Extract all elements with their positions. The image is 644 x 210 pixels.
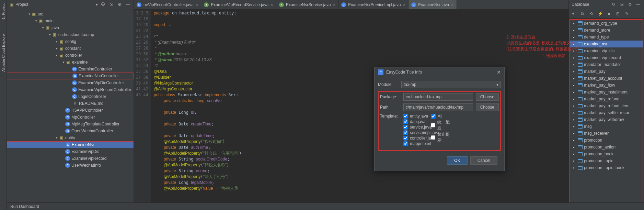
- template-checkbox[interactable]: serviceimpl.java: [403, 130, 424, 135]
- path-input[interactable]: [403, 103, 473, 111]
- db-table-node[interactable]: ▸market_pay_settle_recor: [570, 109, 643, 116]
- tree-node[interactable]: ▾▣java: [7, 24, 134, 31]
- editor-tab[interactable]: IExamineNsrService.java×: [276, 0, 338, 9]
- expand-arrow-icon[interactable]: ▸: [573, 139, 576, 142]
- project-tree[interactable]: ▾▣src▾▣main▾▣java▾▣cn.huacloud.tax.mp▸▣c…: [7, 9, 134, 210]
- tree-node[interactable]: CExamineNsrController: [7, 73, 134, 79]
- tree-node[interactable]: CExamineVipRecord: [7, 155, 134, 162]
- hide-icon[interactable]: —: [635, 1, 641, 8]
- tree-node[interactable]: CExamineVipDic: [7, 148, 134, 155]
- template-checkbox[interactable]: service.java: [403, 125, 424, 130]
- expand-arrow-icon[interactable]: ▸: [55, 40, 58, 43]
- alibaba-tool-tab[interactable]: Alibaba Cloud Explorer: [1, 33, 5, 72]
- expand-arrow-icon[interactable]: ▸: [573, 159, 576, 163]
- expand-arrow-icon[interactable]: ▸: [573, 77, 576, 80]
- db-table-node[interactable]: ▸market_pay_flow: [570, 82, 643, 89]
- expand-arrow-icon[interactable]: ▸: [573, 29, 576, 32]
- db-table-node[interactable]: ▸msg_receiver: [570, 130, 643, 137]
- edit-icon[interactable]: ✎: [624, 11, 630, 17]
- template-checkbox[interactable]: dao.java: [403, 119, 424, 124]
- editor-tab[interactable]: IExamineVipRecordService.java×: [201, 0, 276, 9]
- choose-package-button[interactable]: Choose: [476, 93, 499, 101]
- expand-arrow-icon[interactable]: ▸: [573, 70, 576, 73]
- expand-arrow-icon[interactable]: ▾: [55, 136, 58, 140]
- db-table-node[interactable]: ▸market_pay_withdraw: [570, 116, 643, 123]
- copy-icon[interactable]: ⧉: [579, 11, 585, 17]
- expand-arrow-icon[interactable]: ▸: [573, 84, 576, 87]
- expand-arrow-icon[interactable]: ▾: [62, 60, 65, 64]
- db-table-node[interactable]: ▸market_pay_refund_item: [570, 102, 643, 109]
- db-table-node[interactable]: ▸demand_org_type: [570, 20, 643, 27]
- expand-arrow-icon[interactable]: ▾: [41, 26, 45, 30]
- db-table-node[interactable]: ▸promotion_topic: [570, 157, 643, 164]
- dialog-title-bar[interactable]: E EasyCode Title Info ✕: [375, 67, 504, 77]
- collapse-icon[interactable]: ⇲: [108, 1, 114, 8]
- all-checkbox[interactable]: All: [431, 114, 451, 119]
- db-table-node[interactable]: ▸demand_store: [570, 27, 643, 34]
- db-table-node[interactable]: ▸market_pay_account: [570, 75, 643, 82]
- tree-node[interactable]: ▾▣examine: [7, 59, 134, 66]
- expand-arrow-icon[interactable]: ▸: [573, 125, 576, 128]
- table-icon[interactable]: ⊞: [615, 11, 621, 17]
- tree-node[interactable]: CExamineVipDicController: [7, 79, 134, 86]
- module-select[interactable]: tax-mp ▾: [401, 81, 501, 88]
- add-icon[interactable]: +: [570, 11, 576, 17]
- choose-path-button[interactable]: Choose: [476, 103, 499, 111]
- db-table-node[interactable]: ▸promotion_topic_book: [570, 164, 643, 171]
- tree-node[interactable]: ▾▣entity: [7, 134, 134, 141]
- dropdown-icon[interactable]: ▾: [96, 2, 98, 7]
- db-table-node[interactable]: ▸demand_type: [570, 34, 643, 41]
- db-table-node[interactable]: ▸promotion_book: [570, 151, 643, 157]
- tree-node[interactable]: CUserWechatInfo: [7, 162, 134, 169]
- collapse-icon[interactable]: ⇲: [619, 1, 625, 8]
- tree-node[interactable]: ▸▣config: [7, 38, 134, 45]
- refresh-icon[interactable]: ↻: [610, 1, 617, 8]
- target-icon[interactable]: ⦿: [100, 1, 106, 8]
- close-tab-icon[interactable]: ×: [196, 2, 198, 7]
- close-tab-icon[interactable]: ×: [403, 2, 406, 7]
- sync-icon[interactable]: ⟲: [588, 11, 594, 17]
- db-table-node[interactable]: ▸market_pay: [570, 68, 643, 75]
- forbid-checkbox[interactable]: 禁止提示: [431, 132, 451, 143]
- expand-arrow-icon[interactable]: ▾: [27, 12, 31, 16]
- expand-arrow-icon[interactable]: ▸: [573, 63, 576, 66]
- tree-node[interactable]: CExamineController: [7, 66, 134, 73]
- tree-node[interactable]: CLoginController: [7, 93, 134, 100]
- expand-arrow-icon[interactable]: ▾: [34, 19, 38, 23]
- expand-arrow-icon[interactable]: ▸: [573, 22, 576, 25]
- close-tab-icon[interactable]: ×: [333, 2, 336, 7]
- tree-node[interactable]: ▸▣constant: [7, 45, 134, 52]
- expand-arrow-icon[interactable]: ▸: [573, 145, 576, 149]
- template-checkbox[interactable]: mapper.xml: [403, 141, 424, 146]
- db-table-node[interactable]: ▸msg: [570, 123, 643, 130]
- expand-arrow-icon[interactable]: ▸: [573, 132, 576, 135]
- stop-icon[interactable]: ■: [606, 11, 612, 17]
- close-icon[interactable]: ✕: [497, 69, 501, 75]
- db-table-node[interactable]: ▸promotion_action: [570, 144, 643, 151]
- expand-arrow-icon[interactable]: ▸: [573, 104, 576, 108]
- gear-icon[interactable]: ⚙: [116, 1, 123, 8]
- db-table-node[interactable]: ▸examine_vip_dic: [570, 47, 643, 54]
- database-tree[interactable]: ▸demand_org_type▸demand_store▸demand_typ…: [570, 19, 643, 209]
- tree-node[interactable]: CMpMsgTemplateController: [7, 121, 134, 128]
- tree-node[interactable]: CMpController: [7, 114, 134, 121]
- tree-node[interactable]: ▾▣controller: [7, 52, 134, 59]
- editor-tab[interactable]: CneVipRecordController.java×: [134, 0, 201, 9]
- tree-node[interactable]: CExamineVipRecordController: [7, 86, 134, 93]
- tree-node[interactable]: ≡README.md: [7, 100, 134, 107]
- tree-node[interactable]: ▾▣src: [7, 11, 134, 18]
- expand-arrow-icon[interactable]: ▸: [573, 166, 576, 169]
- run-dashboard-button[interactable]: Run Dashboard: [10, 204, 39, 209]
- expand-arrow-icon[interactable]: ▸: [573, 56, 576, 59]
- db-table-node[interactable]: ▸mandator_mandator: [570, 61, 643, 68]
- close-tab-icon[interactable]: ×: [271, 2, 273, 7]
- template-checkbox[interactable]: controller.java: [403, 136, 424, 141]
- db-table-node[interactable]: ▸market_pay_refund: [570, 96, 643, 102]
- db-table-node[interactable]: ▸examine_nsr: [570, 41, 643, 47]
- editor-tab[interactable]: CExamineNsrServiceImpl.java×: [338, 0, 409, 9]
- tree-node[interactable]: CExamineNsr: [7, 141, 134, 148]
- filter-icon[interactable]: ⚡: [597, 11, 603, 17]
- expand-arrow-icon[interactable]: ▸: [55, 47, 58, 50]
- template-checkbox[interactable]: entity.java: [403, 114, 424, 119]
- expand-arrow-icon[interactable]: ▸: [573, 90, 576, 94]
